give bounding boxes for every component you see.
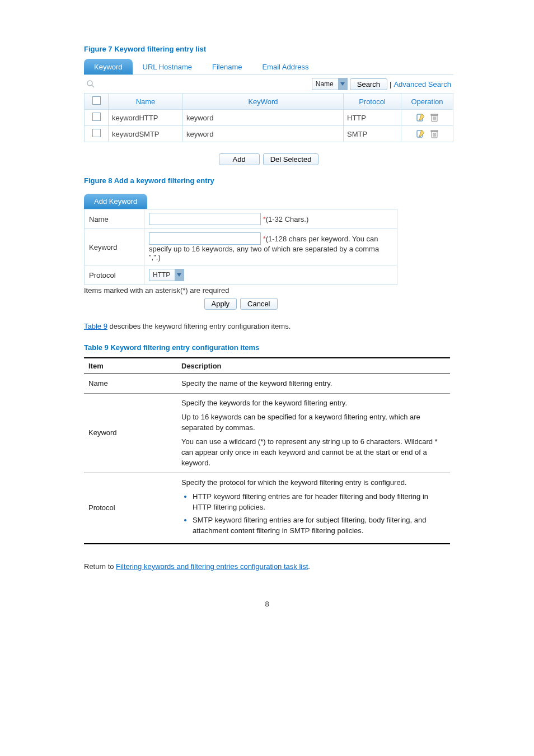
name-field[interactable] <box>149 213 261 225</box>
page-number: 8 <box>84 600 450 608</box>
figure-7-caption: Figure 7 Keyword filtering entry list <box>84 45 450 53</box>
return-suffix: . <box>308 562 310 571</box>
return-link[interactable]: Filtering keywords and filtering entries… <box>116 562 308 571</box>
col-item: Item <box>84 358 177 374</box>
cell-keyword: keyword <box>183 126 344 142</box>
figure-8-caption: Figure 8 Add a keyword filtering entry <box>84 176 450 185</box>
delete-icon[interactable] <box>430 129 438 138</box>
protocol-select[interactable]: HTTP <box>149 269 184 281</box>
search-bar: Name Search | Advanced Search <box>84 74 453 94</box>
col-description: Description <box>177 358 450 374</box>
tab-email-address[interactable]: Email Address <box>252 59 318 74</box>
keyword-table: Name KeyWord Protocol Operation keywordH… <box>84 94 453 142</box>
name-hint: (1-32 Chars.) <box>266 215 309 223</box>
tab-keyword[interactable]: Keyword <box>84 59 133 74</box>
label-name: Name <box>85 209 144 229</box>
search-field-select[interactable]: Name <box>312 78 348 90</box>
svg-line-1 <box>92 85 94 87</box>
col-name: Name <box>109 94 183 110</box>
svg-rect-10 <box>431 130 438 132</box>
intro-text: Table 9 describes the keyword filtering … <box>84 321 450 332</box>
protocol-value: HTTP <box>149 271 175 279</box>
add-button[interactable]: Add <box>219 153 260 165</box>
col-operation: Operation <box>401 94 453 110</box>
delete-icon[interactable] <box>430 113 438 122</box>
desc-protocol: Specify the protocol for which the keywo… <box>177 473 450 544</box>
cell-protocol: HTTP <box>344 110 401 126</box>
chevron-down-icon <box>338 78 347 90</box>
tab-strip: Keyword URL Hostname Filename Email Addr… <box>84 59 453 74</box>
tab-add-keyword[interactable]: Add Keyword <box>84 194 147 209</box>
search-input[interactable] <box>97 78 310 90</box>
tab-url-hostname[interactable]: URL Hostname <box>133 59 202 74</box>
label-keyword: Keyword <box>85 229 144 265</box>
table-row: keywordSMTP keyword SMTP <box>85 126 453 142</box>
item-keyword: Keyword <box>84 394 177 473</box>
return-prefix: Return to <box>84 562 116 571</box>
cancel-button[interactable]: Cancel <box>240 298 277 310</box>
search-button[interactable]: Search <box>350 78 387 90</box>
item-name: Name <box>84 374 177 394</box>
tab-filename[interactable]: Filename <box>202 59 252 74</box>
svg-point-0 <box>87 81 92 86</box>
intro-after: describes the keyword filtering entry co… <box>107 322 291 330</box>
required-note: Items marked with an asterisk(*) are req… <box>84 286 397 295</box>
col-keyword: KeyWord <box>183 94 344 110</box>
table-row: keywordHTTP keyword HTTP <box>85 110 453 126</box>
keyword-field[interactable] <box>149 232 261 245</box>
config-table: Item Description Name Specify the name o… <box>84 357 450 544</box>
item-protocol: Protocol <box>84 473 177 544</box>
row-checkbox[interactable] <box>92 113 101 121</box>
desc-name: Specify the name of the keyword filterin… <box>177 374 450 394</box>
return-line: Return to Filtering keywords and filteri… <box>84 561 450 572</box>
desc-keyword: Specify the keywords for the keyword fil… <box>177 394 450 473</box>
divider: | <box>390 80 391 88</box>
label-protocol: Protocol <box>85 265 144 285</box>
cell-protocol: SMTP <box>344 126 401 142</box>
row-checkbox[interactable] <box>92 129 101 137</box>
search-field-value: Name <box>312 80 338 88</box>
chevron-down-icon <box>175 269 184 281</box>
cell-keyword: keyword <box>183 110 344 126</box>
edit-icon[interactable] <box>416 113 425 122</box>
svg-rect-4 <box>431 114 438 115</box>
select-all-checkbox[interactable] <box>92 96 101 105</box>
cell-name: keywordSMTP <box>109 126 183 142</box>
table-9-caption: Table 9 Keyword filtering entry configur… <box>84 343 450 352</box>
edit-icon[interactable] <box>416 129 425 138</box>
col-protocol: Protocol <box>344 94 401 110</box>
table-9-link[interactable]: Table 9 <box>84 322 107 330</box>
advanced-search-link[interactable]: Advanced Search <box>394 80 451 88</box>
search-icon <box>86 80 95 88</box>
add-keyword-form: Name *(1-32 Chars.) Keyword *(1-128 char… <box>84 209 397 285</box>
del-selected-button[interactable]: Del Selected <box>263 153 319 165</box>
apply-button[interactable]: Apply <box>204 298 237 310</box>
cell-name: keywordHTTP <box>109 110 183 126</box>
